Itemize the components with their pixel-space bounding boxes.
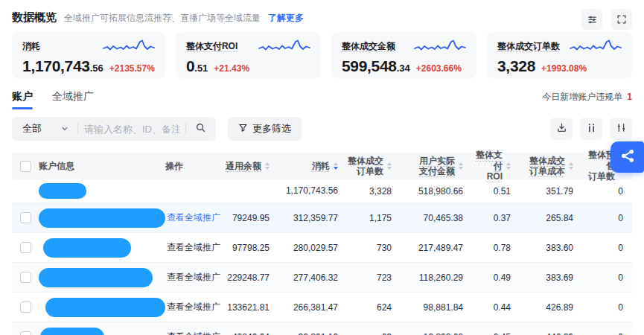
tabs-bar: 账户 全域推广 今日新增账户违规单1 <box>0 90 644 109</box>
sort-caret-icon <box>265 162 270 170</box>
search-button[interactable] <box>192 121 208 137</box>
ocost-cell: 351.79 <box>520 179 582 202</box>
sort-caret-icon <box>459 162 463 170</box>
violation-count-badge: 1 <box>627 92 632 102</box>
ocost-cell: 265.84 <box>520 203 582 232</box>
roi-cell: 0.45 <box>472 322 520 335</box>
tab-global-promotion[interactable]: 全域推广 <box>52 90 94 109</box>
more-filters-button[interactable]: 更多筛选 <box>228 117 302 141</box>
roi-cell: 0.78 <box>472 233 520 262</box>
column-header-account: 账户信息 <box>39 153 165 179</box>
cost-cell: 312,359.77 <box>278 203 347 232</box>
assistant-float-button[interactable] <box>610 141 644 173</box>
presale-cell: 0 <box>582 233 632 262</box>
fullscreen-button[interactable] <box>611 9 632 30</box>
search-input[interactable] <box>84 124 179 135</box>
row-checkbox[interactable] <box>20 212 31 223</box>
cost-cell: 277,406.32 <box>278 263 347 292</box>
column-header-cost[interactable]: 消耗 <box>278 153 347 179</box>
kpi-label: 整体成交金额 <box>342 41 395 51</box>
pay-cell: 98,881.84 <box>401 293 472 322</box>
row-checkbox-cell <box>12 263 39 292</box>
kpi-value-decimal: .51 <box>194 63 208 74</box>
table-row[interactable]: 查看全域推广229248.77277,406.32723118,260.290.… <box>12 263 632 293</box>
account-redaction <box>40 328 104 335</box>
learn-more-link[interactable]: 了解更多 <box>268 12 304 25</box>
violation-notice[interactable]: 今日新增账户违规单1 <box>542 91 632 109</box>
kpi-value: 599,548 <box>342 57 397 75</box>
kpi-change-badge: +1993.08% <box>541 63 587 74</box>
view-global-promotion-link[interactable]: 查看全域推广 <box>165 331 220 335</box>
kpi-value: 3,328 <box>497 57 535 75</box>
kpi-card[interactable]: 消耗 1,170,743 .56 +2135.57% <box>12 32 165 78</box>
table-toolbar <box>550 118 632 140</box>
balance-cell: 43849.94 <box>225 322 278 335</box>
column-header-roi[interactable]: 整体支付 ROI <box>472 153 520 179</box>
table-row[interactable]: 查看全域推广79249.95312,359.771,17570,465.380.… <box>12 203 632 233</box>
ocost-cell: 383.60 <box>520 233 582 262</box>
row-checkbox[interactable] <box>20 242 31 253</box>
kpi-card[interactable]: 整体支付ROI 0 .51 +21.43% <box>176 32 321 78</box>
table-header-row: 账户信息操作通用余额消耗整体成交 订单数用户实际 支付金额整体支付 ROI整体成… <box>12 153 632 179</box>
download-button[interactable] <box>550 118 573 140</box>
kpi-card[interactable]: 整体成交金额 599,548 .34 +2603.66% <box>331 32 476 78</box>
orders-cell: 723 <box>347 263 401 292</box>
presale-cell: 0 <box>582 322 632 335</box>
pay-cell: 518,980.66 <box>401 179 472 202</box>
roi-cell: 0.51 <box>472 179 520 202</box>
view-global-promotion-link[interactable]: 查看全域推广 <box>165 301 220 313</box>
balance-cell: 97798.25 <box>225 233 278 262</box>
column-header-pay[interactable]: 用户实际 支付金额 <box>401 153 472 179</box>
column-header-action: 操作 <box>165 153 225 179</box>
kpi-card[interactable]: 整体成交订单数 3,328 +1993.08% <box>487 32 632 78</box>
presale-cell: 0 <box>582 179 632 202</box>
column-header-balance[interactable]: 通用余额 <box>225 153 278 179</box>
share-icon <box>619 147 636 167</box>
custom-columns-button[interactable] <box>580 118 602 140</box>
select-all-checkbox[interactable] <box>20 161 31 172</box>
scope-dropdown[interactable]: 全部 <box>19 122 71 135</box>
column-header-orders[interactable]: 整体成交 订单数 <box>347 153 401 179</box>
sort-caret-icon <box>387 162 392 170</box>
table-row[interactable]: 查看全域推广43849.9430,801.126912,893.680.4544… <box>12 322 632 335</box>
cost-cell: 1,170,743.56 <box>278 179 347 202</box>
orders-cell: 730 <box>347 233 401 262</box>
presale-cell: 0 <box>582 203 632 232</box>
account-redaction <box>39 183 86 199</box>
account-redaction <box>39 268 153 287</box>
chevron-down-icon <box>61 122 68 135</box>
action-cell: 查看全域推广 <box>165 322 225 335</box>
account-info-cell <box>39 293 165 322</box>
action-cell: 查看全域推广 <box>165 263 225 292</box>
row-checkbox[interactable] <box>20 302 31 313</box>
view-global-promotion-link[interactable]: 查看全域推广 <box>165 241 220 254</box>
funnel-icon <box>238 123 248 135</box>
balance-cell: 79249.95 <box>225 203 278 232</box>
row-checkbox[interactable] <box>20 331 31 335</box>
view-global-promotion-link[interactable]: 查看全域推广 <box>165 211 220 224</box>
table-row[interactable]: 查看全域推广97798.25280,029.57730217,489.470.7… <box>12 233 632 263</box>
overview-settings-button[interactable] <box>581 9 602 30</box>
table-row[interactable]: 查看全域推广133621.81266,381.4762498,881.840.4… <box>12 293 632 322</box>
kpi-label: 整体支付ROI <box>186 41 237 51</box>
tab-accounts[interactable]: 账户 <box>12 90 33 109</box>
account-info-cell <box>39 263 165 292</box>
columns-icon <box>586 122 597 136</box>
table-settings-button[interactable] <box>610 118 632 140</box>
action-cell: 查看全域推广 <box>165 293 225 322</box>
kpi-value: 1,170,743 <box>22 57 90 75</box>
kpi-label: 整体成交订单数 <box>497 41 560 51</box>
select-all-checkbox-cell <box>12 153 39 179</box>
account-info-cell <box>39 179 165 202</box>
kpi-value-decimal: .34 <box>397 63 410 74</box>
view-global-promotion-link[interactable]: 查看全域推广 <box>165 271 220 284</box>
account-info-cell <box>39 322 165 335</box>
row-checkbox[interactable] <box>20 272 31 283</box>
column-header-ocost[interactable]: 整体成交 订单成本 <box>520 153 582 179</box>
sort-caret-icon <box>334 162 338 170</box>
sort-caret-icon <box>569 162 573 170</box>
orders-cell: 69 <box>347 322 401 335</box>
pay-cell: 217,489.47 <box>401 233 472 262</box>
kpi-row: 消耗 1,170,743 .56 +2135.57% 整体支付ROI 0 .51… <box>12 32 632 78</box>
overview-section: 数据概览 全域推广可拓展信息流推荐、直播广场等全域流量 了解更多 <box>0 0 644 78</box>
